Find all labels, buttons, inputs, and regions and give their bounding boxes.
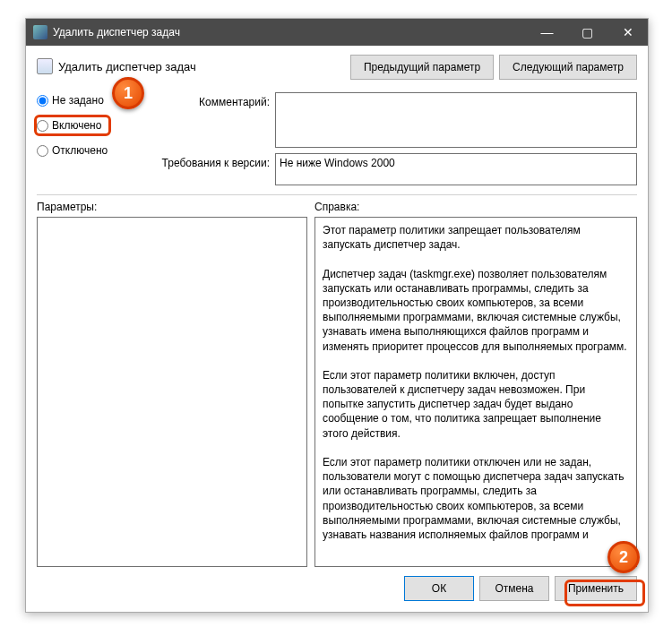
radio-disabled-label: Отключено	[52, 144, 108, 157]
radio-disabled-input[interactable]	[37, 145, 48, 157]
minimize-button[interactable]: —	[527, 19, 567, 46]
policy-name: Удалить диспетчер задач	[58, 60, 196, 73]
radio-disabled[interactable]: Отключено	[37, 144, 144, 157]
content-area: Удалить диспетчер задач Предыдущий парам…	[26, 46, 648, 612]
ok-button[interactable]: ОК	[404, 576, 474, 601]
callout-2: 2	[607, 541, 640, 573]
app-icon	[33, 25, 47, 39]
radio-enabled[interactable]: Включено	[37, 119, 144, 132]
comment-label: Комментарий:	[144, 92, 270, 108]
policy-title-row: Удалить диспетчер задач	[37, 55, 350, 74]
close-button[interactable]: ✕	[607, 19, 648, 46]
parameters-panel	[37, 217, 307, 567]
window-controls: — ▢ ✕	[527, 19, 648, 46]
help-panel[interactable]: Этот параметр политики запрещает пользов…	[314, 217, 637, 567]
callout-1: 1	[112, 77, 144, 109]
params-label: Параметры:	[37, 201, 314, 213]
version-box: Не ниже Windows 2000	[275, 153, 637, 185]
radio-not-configured-label: Не задано	[52, 94, 104, 107]
radio-enabled-label: Включено	[52, 119, 101, 132]
previous-setting-button[interactable]: Предыдущий параметр	[350, 55, 494, 80]
cancel-button[interactable]: Отмена	[479, 576, 549, 601]
radio-not-configured-input[interactable]	[37, 95, 48, 107]
window-title: Удалить диспетчер задач	[53, 26, 527, 39]
radio-enabled-input[interactable]	[37, 120, 48, 132]
help-label: Справка:	[314, 201, 359, 213]
maximize-button[interactable]: ▢	[567, 19, 607, 46]
next-setting-button[interactable]: Следующий параметр	[499, 55, 637, 80]
version-value: Не ниже Windows 2000	[280, 157, 395, 169]
divider	[37, 194, 637, 195]
apply-button[interactable]: Применить	[555, 576, 637, 601]
version-label: Требования к версии:	[144, 153, 270, 169]
comment-textarea[interactable]	[275, 92, 637, 148]
policy-icon	[37, 58, 53, 74]
titlebar: Удалить диспетчер задач — ▢ ✕	[26, 19, 648, 46]
policy-editor-window: Удалить диспетчер задач — ▢ ✕ Удалить ди…	[25, 18, 649, 613]
